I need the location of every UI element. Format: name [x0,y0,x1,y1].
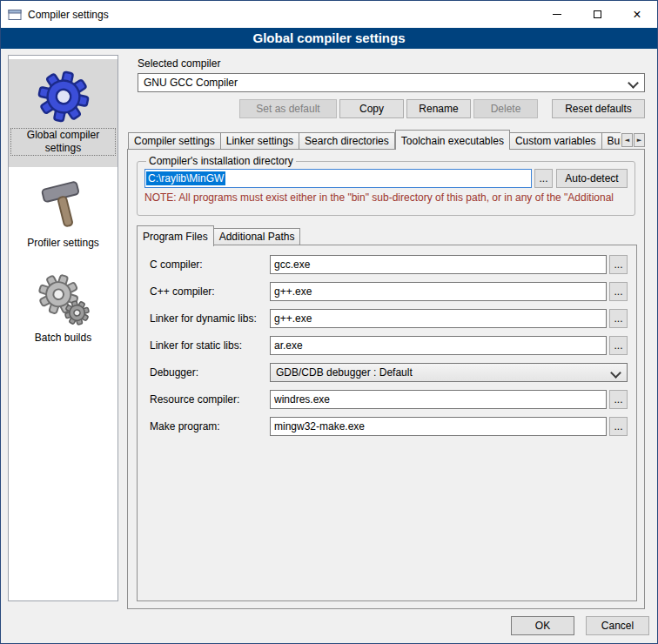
field-label: C compiler: [150,258,270,271]
sidebar-item-profiler-settings[interactable]: Profiler settings [9,167,118,262]
c-compiler-browse-button[interactable]: ... [609,255,628,274]
compiler-settings-dialog: Compiler settings × Global compiler sett… [0,0,658,644]
main-panel: Selected compiler GNU GCC Compiler Set a… [127,55,652,610]
executables-subtabs: Program Files Additional Paths [137,226,300,245]
settings-category-list: Global compiler settings Profiler settin… [8,55,118,601]
resource-compiler-browse-button[interactable]: ... [609,390,628,409]
auto-detect-button[interactable]: Auto-detect [556,169,628,188]
minimize-button[interactable] [537,1,577,28]
reset-defaults-button[interactable]: Reset defaults [552,99,645,118]
close-button[interactable]: × [617,1,657,28]
gray-gears-icon [37,272,91,326]
selected-compiler-dropdown[interactable]: GNU GCC Compiler [138,73,645,92]
debugger-dropdown[interactable]: GDB/CDB debugger : Default [270,363,628,382]
field-row-static-linker: Linker for static libs: ... [150,336,628,355]
cpp-compiler-browse-button[interactable]: ... [609,282,628,301]
maximize-icon [594,10,601,18]
tab-custom-variables[interactable]: Custom variables [510,132,602,150]
sidebar-item-global-compiler-settings[interactable]: Global compiler settings [9,59,118,167]
cpp-compiler-input[interactable] [270,282,607,301]
close-icon: × [633,8,641,22]
set-as-default-button[interactable]: Set as default [239,99,337,118]
blue-gear-icon [37,70,91,124]
selected-compiler-value: GNU GCC Compiler [144,77,238,89]
chevron-down-icon [628,77,639,89]
tab-list: Compiler settings Linker settings Search… [128,130,621,150]
tab-build-options[interactable]: Buil [602,132,621,150]
copy-button[interactable]: Copy [339,99,404,118]
program-files-panel: C compiler: ... C++ compiler: ... Linker… [137,245,637,601]
tab-linker-settings[interactable]: Linker settings [221,132,299,150]
dynamic-libs-linker-browse-button[interactable]: ... [609,309,628,328]
sidebar-item-batch-builds[interactable]: Batch builds [9,262,118,357]
make-program-browse-button[interactable]: ... [609,417,628,436]
installation-directory-input[interactable]: C:\raylib\MinGW [144,169,532,188]
bin-subdirectory-note: NOTE: All programs must exist either in … [144,191,628,204]
tab-scroll-right-button[interactable]: ► [634,133,645,147]
field-row-make-program: Make program: ... [150,417,628,436]
cancel-button[interactable]: Cancel [586,616,649,635]
field-label: Resource compiler: [150,393,270,406]
compiler-settings-tabs: Compiler settings Linker settings Search… [128,130,645,150]
titlebar: Compiler settings × [1,1,657,28]
sidebar-item-label: Profiler settings [27,237,99,250]
tab-scroll-left-button[interactable]: ◄ [621,133,633,147]
static-libs-linker-browse-button[interactable]: ... [609,336,628,355]
profiler-tool-icon [37,178,91,231]
field-label: Debugger: [150,366,270,379]
tab-toolchain-executables[interactable]: Toolchain executables [395,130,510,150]
field-row-debugger: Debugger: GDB/CDB debugger : Default [150,363,628,382]
field-row-dynamic-linker: Linker for dynamic libs: ... [150,309,628,328]
sidebar-item-label: Batch builds [35,332,91,345]
resource-compiler-input[interactable] [270,390,607,409]
dialog-heading: Global compiler settings [1,28,657,49]
static-libs-linker-input[interactable] [270,336,607,355]
tab-search-directories[interactable]: Search directories [299,132,395,150]
tab-scroll-buttons: ◄ ► [621,133,645,147]
sidebar-item-label: Global compiler settings [11,129,115,155]
tab-compiler-settings[interactable]: Compiler settings [128,132,221,150]
minimize-icon [553,14,561,15]
toolchain-executables-panel: Compiler's installation directory C:\ray… [127,149,645,609]
dialog-buttons: OK Cancel [511,616,649,635]
window-title: Compiler settings [28,9,109,21]
ok-button[interactable]: OK [511,616,574,635]
installation-directory-row: C:\raylib\MinGW ... Auto-detect [144,169,628,188]
debugger-value: GDB/CDB debugger : Default [276,366,413,379]
window-controls: × [537,1,657,28]
installation-directory-group-title: Compiler's installation directory [146,155,296,167]
field-label: Linker for dynamic libs: [150,312,270,325]
browse-directory-button[interactable]: ... [534,169,553,188]
field-label: Make program: [150,420,270,433]
field-row-resource-compiler: Resource compiler: ... [150,390,628,409]
c-compiler-input[interactable] [270,255,607,274]
field-label: Linker for static libs: [150,339,270,352]
compiler-actions: Set as default Copy Rename Delete Reset … [138,99,645,118]
tab-program-files[interactable]: Program Files [137,225,214,246]
make-program-input[interactable] [270,417,607,436]
chevron-down-icon [610,367,621,379]
dynamic-libs-linker-input[interactable] [270,309,607,328]
tab-additional-paths[interactable]: Additional Paths [214,228,301,245]
app-icon [8,8,22,22]
rename-button[interactable]: Rename [406,99,471,118]
field-row-c-compiler: C compiler: ... [150,255,628,274]
selected-compiler-label: Selected compiler [138,57,220,70]
installation-directory-group: Compiler's installation directory C:\ray… [137,155,635,216]
field-row-cpp-compiler: C++ compiler: ... [150,282,628,301]
maximize-button[interactable] [577,1,617,28]
delete-button[interactable]: Delete [473,99,538,118]
installation-directory-value: C:\raylib\MinGW [146,171,225,185]
field-label: C++ compiler: [150,285,270,298]
